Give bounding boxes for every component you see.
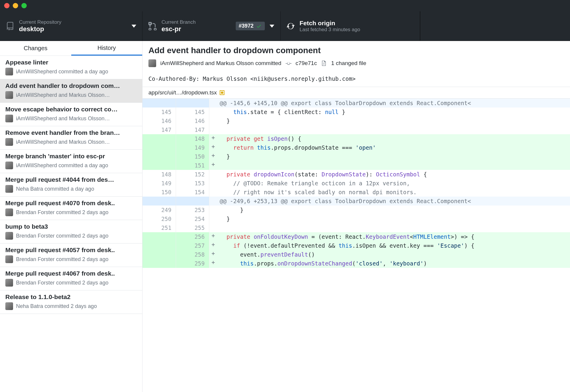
commit-meta: iAmWillShepherd and Markus Olsson commit… [148,59,564,67]
diff-code: if (!event.defaultPrevented && this.isOp… [217,241,570,250]
tab-changes[interactable]: Changes [0,41,71,56]
old-line-number: 145 [142,108,176,116]
diff-line: 249253 } [142,206,570,214]
fetch-sub: Last fetched 3 minutes ago [300,27,414,33]
commit-item[interactable]: Appease linteriAmWillShepherd committed … [0,56,142,79]
diff-code: // right now it's scaled badly on normal… [217,188,570,197]
diff-code: event.preventDefault() [217,250,570,259]
avatar [5,255,13,263]
diff-line: 250254 } [142,214,570,223]
diff-line: 145145 this.state = { clientRect: null } [142,108,570,116]
minimize-window-button[interactable] [13,3,18,8]
file-path: app/src/ui/t…/dropdown.tsx [148,89,217,96]
commit-item-byline: Brendan Forster committed 2 days ago [5,279,137,287]
changed-files-count: 1 changed file [331,60,366,67]
commit-item-byline: iAmWillShepherd and Markus Olsson… [5,91,137,99]
diff-sign [209,116,217,125]
commit-item-title: bump to beta3 [5,223,137,230]
diff-line: 149153 // @TODO: Remake triangle octicon… [142,179,570,188]
diff-sign: + [209,259,217,268]
avatar [5,302,13,310]
new-line-number: 152 [176,170,209,179]
close-window-button[interactable] [4,3,10,8]
chevron-down-icon [270,25,274,28]
avatar [5,91,13,99]
diff-line: 258+ event.preventDefault() [142,250,570,259]
commit-item-byline: Neha Batra committed a day ago [5,185,137,193]
new-line-number [176,99,209,108]
commit-item-byline: iAmWillShepherd and Markus Olsson… [5,115,137,122]
avatar [5,68,13,75]
old-line-number [142,232,176,241]
diff-line: 251255 [142,223,570,232]
commit-item[interactable]: Remove event handler from the bran…iAmWi… [0,126,142,150]
new-line-number: 150 [176,152,209,161]
commit-item[interactable]: Merge pull request #4070 from desk..Bren… [0,197,142,220]
diff-line: 149+ return this.props.dropdownState ===… [142,143,570,152]
diff-line: 151+ [142,161,570,170]
commit-item[interactable]: Merge pull request #4067 from desk..Bren… [0,267,142,290]
diff-sign: + [209,143,217,152]
maximize-window-button[interactable] [21,3,27,8]
commit-item[interactable]: Add event handler to dropdown com…iAmWil… [0,79,142,103]
new-line-number: 154 [176,188,209,197]
diff-code: this.state = { clientRect: null } [217,108,570,116]
pr-number: #3972 [239,23,254,29]
diff-line: 148+ private get isOpen() { [142,134,570,143]
repository-dropdown[interactable]: Current Repository desktop [0,11,142,41]
toolbar-spacer [420,11,570,41]
commit-item-title: Merge pull request #4070 from desk.. [5,200,137,207]
old-line-number: 250 [142,214,176,223]
commit-item-title: Add event handler to dropdown com… [5,82,137,89]
pr-status-badge[interactable]: #3972 [236,22,265,30]
modified-icon [220,90,224,95]
diff-code: return this.props.dropdownState === 'ope… [217,143,570,152]
diff-code: this.props.onDropdownStateChanged('close… [217,259,570,268]
diff-code: } [217,116,570,125]
diff-sign: + [209,250,217,259]
diff-code: } [217,152,570,161]
new-line-number: 258 [176,250,209,259]
old-line-number [142,152,176,161]
diff-sign [209,206,217,214]
commit-item[interactable]: bump to beta3Brendan Forster committed 2… [0,220,142,244]
diff-code: private onFoldoutKeyDown = (event: React… [217,232,570,241]
diff-line: 259+ this.props.onDropdownStateChanged('… [142,259,570,268]
new-line-number: 153 [176,179,209,188]
sidebar: Changes History Appease linteriAmWillShe… [0,41,142,392]
old-line-number: 249 [142,206,176,214]
diff-view[interactable]: @@ -145,6 +145,10 @@ export class Toolba… [142,99,570,392]
fetch-button[interactable]: Fetch origin Last fetched 3 minutes ago [281,11,420,41]
commit-list[interactable]: Appease linteriAmWillShepherd committed … [0,56,142,392]
commit-item[interactable]: Merge pull request #4057 from desk..Bren… [0,244,142,267]
commit-item-byline: iAmWillShepherd committed a day ago [5,68,137,75]
tab-history[interactable]: History [71,41,142,56]
diff-code: } [217,206,570,214]
old-line-number [142,143,176,152]
sidebar-tabs: Changes History [0,41,142,56]
branch-dropdown[interactable]: Current Branch esc-pr #3972 [142,11,281,41]
commit-item[interactable]: Release to 1.1.0-beta2Neha Batra committ… [0,290,142,314]
diff-line: 256+ private onFoldoutKeyDown = (event: … [142,232,570,241]
changed-file-row[interactable]: app/src/ui/t…/dropdown.tsx [142,87,570,99]
diff-sign [209,108,217,116]
commit-item[interactable]: Merge pull request #4044 from des…Neha B… [0,173,142,197]
commit-item[interactable]: Move escape behavior to correct co…iAmWi… [0,103,142,126]
new-line-number: 256 [176,232,209,241]
diff-code: private dropdownIcon(state: DropdownStat… [217,170,570,179]
diff-sign: + [209,232,217,241]
diff-sign: + [209,134,217,143]
commit-item[interactable]: Merge branch 'master' into esc-priAmWill… [0,150,142,173]
old-line-number [142,241,176,250]
old-line-number [142,161,176,170]
branch-label: Current Branch [162,19,231,25]
old-line-number [142,197,176,206]
commit-item-title: Remove event handler from the bran… [5,129,137,136]
sync-icon [286,22,295,30]
diff-sign [209,223,217,232]
commit-item-byline: Brendan Forster committed 2 days ago [5,232,137,240]
commit-title: Add event handler to dropdown component [148,46,564,55]
diff-code [217,161,570,170]
commit-item-byline: Brendan Forster committed 2 days ago [5,255,137,263]
diff-line: @@ -249,6 +253,13 @@ export class Toolba… [142,197,570,206]
